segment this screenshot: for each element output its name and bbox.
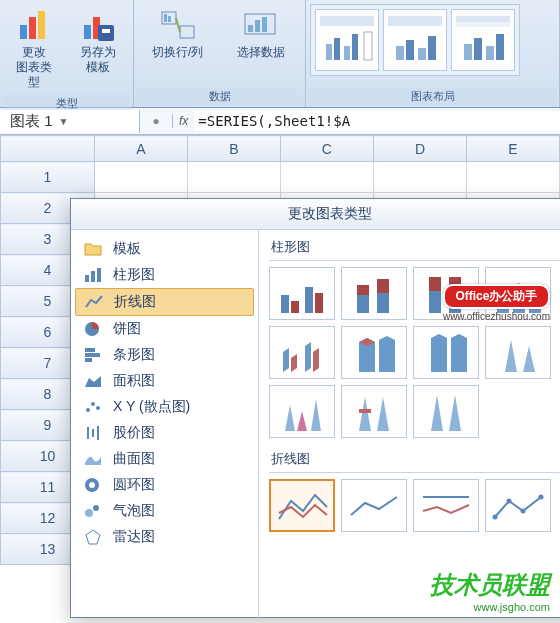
chart-thumb-cone4[interactable] <box>413 385 479 438</box>
chart-thumb-stacked-line[interactable] <box>341 479 407 532</box>
chart-icon <box>16 7 52 43</box>
svg-rect-28 <box>486 46 494 60</box>
svg-rect-13 <box>255 20 260 32</box>
save-as-template-label: 另存为模板 <box>80 45 116 75</box>
layout-item[interactable] <box>451 9 515 71</box>
chart-thumb-line[interactable] <box>269 479 335 532</box>
svg-rect-32 <box>85 275 89 282</box>
cell[interactable] <box>280 162 373 193</box>
table-row: 1 <box>1 162 560 193</box>
fx-icon[interactable]: fx <box>173 114 194 128</box>
cell[interactable] <box>466 162 559 193</box>
name-box[interactable]: 图表 1 ▼ <box>0 110 140 133</box>
formula-expand-icon[interactable]: ● <box>146 114 166 128</box>
svg-rect-9 <box>164 14 167 22</box>
chart-thumb-3d-100stacked[interactable] <box>413 326 479 379</box>
ribbon: 更改图表类型 另存为模板 类型 切换行/列 选择数据 <box>0 0 560 108</box>
formula-input[interactable]: =SERIES(,Sheet1!$A <box>194 111 560 131</box>
sidebar-item-area[interactable]: 面积图 <box>75 368 254 394</box>
cell[interactable] <box>373 162 466 193</box>
svg-rect-0 <box>20 25 27 39</box>
chevron-down-icon[interactable]: ▼ <box>59 116 69 127</box>
switch-row-column-button[interactable]: 切换行/列 <box>138 4 218 63</box>
sidebar-item-label: 条形图 <box>113 346 155 364</box>
chart-thumb-100-line[interactable] <box>413 479 479 532</box>
chart-thumb-stacked-column[interactable] <box>341 267 407 320</box>
column-headers: A B C D E <box>1 136 560 162</box>
svg-rect-12 <box>248 25 253 32</box>
folder-icon <box>83 240 103 258</box>
layout-item[interactable] <box>315 9 379 71</box>
sidebar-item-stock[interactable]: 股价图 <box>75 420 254 446</box>
stock-chart-icon <box>83 424 103 442</box>
col-header[interactable]: E <box>466 136 559 162</box>
chart-thumb-cone[interactable] <box>485 326 551 379</box>
sidebar-item-donut[interactable]: 圆环图 <box>75 472 254 498</box>
select-data-button[interactable]: 选择数据 <box>222 4 302 63</box>
sidebar-item-pie[interactable]: 饼图 <box>75 316 254 342</box>
switch-row-column-label: 切换行/列 <box>152 45 203 60</box>
cell[interactable] <box>187 162 280 193</box>
svg-rect-25 <box>428 36 436 60</box>
sidebar-item-label: 柱形图 <box>113 266 155 284</box>
svg-rect-6 <box>102 29 110 33</box>
svg-rect-14 <box>262 17 267 32</box>
watermark-jsylm-text: 技术员联盟 <box>430 569 550 601</box>
sidebar-item-label: 雷达图 <box>113 528 155 546</box>
change-chart-type-button[interactable]: 更改图表类型 <box>4 4 64 93</box>
sidebar-item-radar[interactable]: 雷达图 <box>75 524 254 550</box>
sidebar-item-column[interactable]: 柱形图 <box>75 262 254 288</box>
pie-chart-icon <box>83 320 103 338</box>
sidebar-item-bubble[interactable]: 气泡图 <box>75 498 254 524</box>
svg-point-63 <box>506 498 511 503</box>
svg-rect-20 <box>364 32 372 60</box>
col-header[interactable]: A <box>94 136 187 162</box>
svg-rect-27 <box>474 38 482 60</box>
sidebar-item-templates[interactable]: 模板 <box>75 236 254 262</box>
save-as-template-button[interactable]: 另存为模板 <box>68 4 128 78</box>
col-header[interactable]: D <box>373 136 466 162</box>
svg-rect-36 <box>85 348 95 352</box>
chart-thumb-clustered-column[interactable] <box>269 267 335 320</box>
svg-marker-49 <box>86 530 100 544</box>
ribbon-group-type: 更改图表类型 另存为模板 类型 <box>0 0 134 107</box>
watermark-jsylm: 技术员联盟 www.jsgho.com <box>430 569 550 613</box>
row-header[interactable]: 1 <box>1 162 95 193</box>
select-all-corner[interactable] <box>1 136 95 162</box>
svg-rect-3 <box>84 25 91 39</box>
svg-rect-10 <box>168 16 171 22</box>
col-header[interactable]: B <box>187 136 280 162</box>
chart-thumb-3d-clustered[interactable] <box>269 326 335 379</box>
dialog-title: 更改图表类型 <box>71 199 560 230</box>
chart-thumb-line-markers[interactable] <box>485 479 551 532</box>
svg-rect-15 <box>320 16 374 26</box>
sidebar-item-bar[interactable]: 条形图 <box>75 342 254 368</box>
area-chart-icon <box>83 372 103 390</box>
sidebar-item-line[interactable]: 折线图 <box>75 288 254 316</box>
watermark-office-helper: Office办公助手 www.officezhushou.com <box>443 284 550 322</box>
svg-rect-26 <box>464 44 472 60</box>
scatter-chart-icon <box>83 398 103 416</box>
svg-rect-21 <box>388 16 442 26</box>
watermark-badge: Office办公助手 <box>443 284 550 309</box>
cell[interactable] <box>94 162 187 193</box>
chart-thumb-3d-stacked[interactable] <box>341 326 407 379</box>
watermark-jsylm-url: www.jsgho.com <box>430 601 550 613</box>
change-chart-type-dialog: 更改图表类型 模板 柱形图 折线图 饼图 条形图 面积图 X Y (散点图) 股… <box>70 198 560 618</box>
name-box-value: 图表 1 <box>10 112 53 131</box>
svg-rect-53 <box>315 293 323 313</box>
bar-chart-icon <box>83 346 103 364</box>
sidebar-item-scatter[interactable]: X Y (散点图) <box>75 394 254 420</box>
svg-rect-59 <box>429 277 441 291</box>
chart-thumb-cone2[interactable] <box>269 385 335 438</box>
svg-rect-37 <box>85 353 100 357</box>
col-header[interactable]: C <box>280 136 373 162</box>
sidebar-item-label: 面积图 <box>113 372 155 390</box>
template-icon <box>80 7 116 43</box>
sidebar-item-surface[interactable]: 曲面图 <box>75 446 254 472</box>
svg-point-48 <box>93 505 99 511</box>
layout-item[interactable] <box>383 9 447 71</box>
chart-layout-gallery[interactable] <box>310 4 520 76</box>
svg-point-41 <box>96 406 100 410</box>
chart-thumb-cone3[interactable] <box>341 385 407 438</box>
